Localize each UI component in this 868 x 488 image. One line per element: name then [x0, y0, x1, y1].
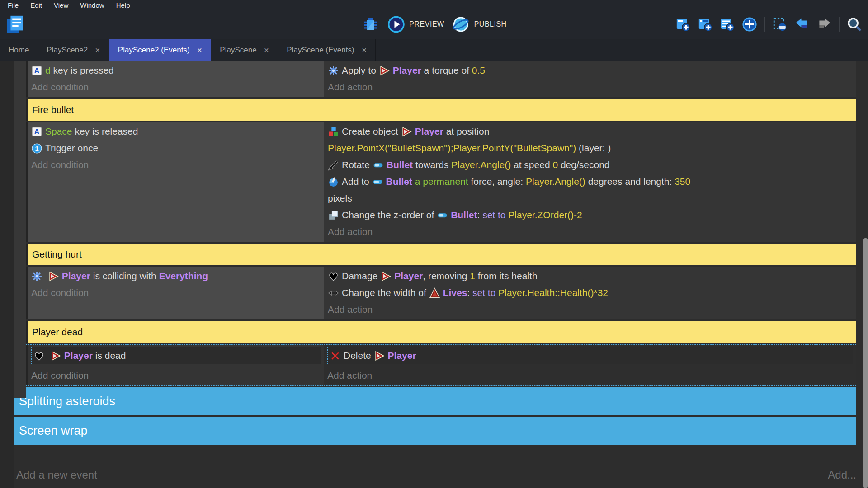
group-bar[interactable]: Getting hurt: [28, 244, 856, 265]
event-row[interactable]: Player is colliding with EverythingAdd c…: [26, 267, 856, 319]
main-toolbar: PREVIEW PUBLISH: [0, 10, 868, 39]
instruction[interactable]: Trigger once: [31, 141, 321, 156]
player-icon: [401, 126, 412, 137]
instruction-text: degrees and length:: [585, 176, 675, 187]
new-comment-button[interactable]: [718, 15, 736, 33]
menu-help[interactable]: Help: [110, 1, 136, 9]
event-row[interactable]: Player is deadAdd conditionDelete Player…: [26, 345, 856, 385]
actions-cell[interactable]: Create object Player at positionPlayer.P…: [324, 122, 856, 242]
actions-cell[interactable]: Delete PlayerAdd action: [324, 345, 856, 385]
tab-playscene-events[interactable]: PlayScene (Events)✕: [278, 39, 376, 61]
undo-button[interactable]: [793, 15, 811, 33]
select-instructions-button[interactable]: [771, 15, 789, 33]
menu-file[interactable]: File: [2, 1, 24, 9]
search-button[interactable]: [845, 15, 863, 33]
conditions-cell[interactable]: Player is colliding with EverythingAdd c…: [28, 267, 324, 319]
instruction[interactable]: Change the z-order of Bullet: set to Pla…: [328, 207, 853, 223]
event-group-screen-wrap[interactable]: Screen wrap: [0, 417, 856, 445]
select-instructions-icon: [772, 17, 788, 32]
bullet-icon: [372, 176, 383, 188]
add-more-button[interactable]: Add...: [828, 469, 856, 481]
player-icon: [48, 271, 59, 282]
instruction-text: 1: [470, 271, 475, 281]
vertical-scrollbar[interactable]: [863, 238, 868, 488]
add-action-button[interactable]: Add action: [328, 224, 853, 239]
instruction-text: Player: [393, 65, 421, 75]
add-action-button[interactable]: Add action: [328, 80, 853, 95]
event-row[interactable]: d key is pressedAdd conditionApply to Pl…: [26, 61, 856, 97]
instruction[interactable]: Space key is released: [31, 124, 321, 139]
tab-home[interactable]: Home: [0, 39, 38, 61]
instruction-text: Apply to: [342, 65, 379, 75]
group-bar[interactable]: Screen wrap: [14, 417, 856, 445]
toolbar-separator: [764, 17, 765, 32]
instruction-text: Create object: [342, 126, 401, 136]
redo-icon: [816, 17, 832, 32]
actions-cell[interactable]: Apply to Player a torque of 0.5Add actio…: [324, 61, 856, 97]
add-action-button[interactable]: Add action: [327, 368, 853, 383]
preview-button[interactable]: PREVIEW: [387, 16, 444, 33]
event-group-fire-bullet[interactable]: Fire bullet: [26, 99, 856, 121]
instruction[interactable]: Create object Player at position: [328, 124, 853, 139]
tab-playscene2[interactable]: PlayScene2✕: [38, 39, 109, 61]
instruction-text: set to: [472, 287, 498, 298]
group-bar[interactable]: Fire bullet: [28, 99, 856, 121]
menu-view[interactable]: View: [48, 1, 74, 9]
instruction-text: Lives: [443, 287, 467, 298]
close-icon[interactable]: ✕: [95, 47, 100, 54]
instruction[interactable]: Apply to Player a torque of 0.5: [328, 63, 853, 78]
instruction[interactable]: d key is pressed: [31, 63, 321, 78]
instruction[interactable]: Change the width of Lives: set to Player…: [328, 285, 853, 300]
tab-playscene2-events[interactable]: PlayScene2 (Events)✕: [109, 39, 211, 61]
conditions-cell[interactable]: Space key is releasedTrigger onceAdd con…: [28, 122, 324, 242]
publish-button[interactable]: PUBLISH: [453, 16, 507, 33]
instruction[interactable]: pixels: [328, 191, 853, 206]
create-object-icon: [328, 126, 339, 137]
redo-button[interactable]: [815, 15, 833, 33]
instruction[interactable]: Delete Player: [327, 347, 853, 364]
group-label: Getting hurt: [32, 249, 82, 260]
menu-edit[interactable]: Edit: [24, 1, 48, 9]
group-bar[interactable]: Splitting asteroids: [14, 387, 856, 415]
close-icon[interactable]: ✕: [197, 47, 203, 54]
close-icon[interactable]: ✕: [264, 47, 269, 54]
event-group-splitting-asteroids[interactable]: Splitting asteroids: [0, 387, 856, 415]
group-bar[interactable]: Player dead: [28, 321, 856, 343]
instruction-text: a torque of: [421, 65, 472, 75]
search-icon: [847, 17, 862, 32]
add-condition-button[interactable]: Add condition: [31, 368, 321, 383]
instruction[interactable]: Player is dead: [31, 347, 321, 364]
lives-icon: [429, 287, 440, 299]
new-subevent-button[interactable]: [696, 15, 714, 33]
debugger-button[interactable]: [361, 15, 379, 33]
instruction[interactable]: Add to Bullet a permanent force, angle: …: [328, 174, 853, 189]
instruction[interactable]: Damage Player, removing 1 from its healt…: [328, 268, 853, 284]
instruction[interactable]: Player is colliding with Everything: [31, 268, 321, 284]
add-condition-button[interactable]: Add condition: [31, 157, 321, 173]
instruction[interactable]: Rotate Bullet towards Player.Angle() at …: [328, 157, 853, 173]
instruction-text: key is pressed: [51, 65, 114, 75]
conditions-cell[interactable]: d key is pressedAdd condition: [28, 61, 324, 97]
event-row[interactable]: Space key is releasedTrigger onceAdd con…: [26, 122, 856, 242]
add-event-type-button[interactable]: [741, 15, 759, 33]
instruction-text: (layer: ): [576, 143, 611, 153]
event-group-player-dead[interactable]: Player dead: [26, 321, 856, 343]
player-icon: [50, 350, 61, 361]
conditions-cell[interactable]: Player is deadAdd condition: [28, 345, 324, 385]
menu-window[interactable]: Window: [74, 1, 110, 9]
actions-cell[interactable]: Damage Player, removing 1 from its healt…: [324, 267, 856, 319]
new-event-button[interactable]: [674, 15, 692, 33]
new-comment-icon: [720, 17, 735, 32]
tab-playscene[interactable]: PlayScene✕: [211, 39, 278, 61]
add-condition-button[interactable]: Add condition: [31, 80, 321, 95]
instruction[interactable]: Player.PointX("BulletSpawn");Player.Poin…: [328, 141, 853, 156]
left-gutter: [0, 61, 14, 488]
close-icon[interactable]: ✕: [362, 47, 367, 54]
instruction-text: 350: [675, 176, 690, 187]
event-group-getting-hurt[interactable]: Getting hurt: [26, 244, 856, 265]
add-new-event-button[interactable]: Add a new event: [16, 469, 97, 481]
instruction-text: deg/second: [558, 160, 609, 170]
add-action-button[interactable]: Add action: [328, 302, 853, 317]
keyboard-key-icon: [31, 65, 42, 76]
add-condition-button[interactable]: Add condition: [31, 285, 321, 300]
